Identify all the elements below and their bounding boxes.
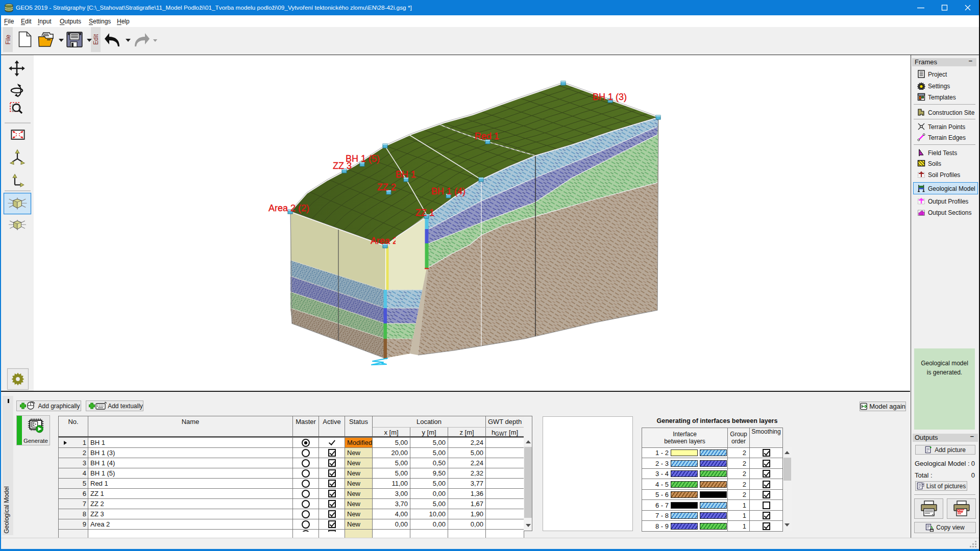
svg-text:ZZ 1: ZZ 1: [415, 208, 434, 218]
svg-text:BH 1: BH 1: [396, 169, 416, 180]
svg-text:BH 1 (4): BH 1 (4): [431, 186, 465, 196]
svg-text:Area 2: Area 2: [371, 236, 398, 246]
svg-text:Area 2 (2): Area 2 (2): [268, 203, 309, 213]
svg-text:ZZ 3: ZZ 3: [333, 161, 352, 171]
svg-text:BH 1 (3): BH 1 (3): [593, 92, 627, 102]
svg-text:Red 1: Red 1: [475, 131, 499, 141]
svg-text:ZZ 2: ZZ 2: [377, 182, 396, 192]
